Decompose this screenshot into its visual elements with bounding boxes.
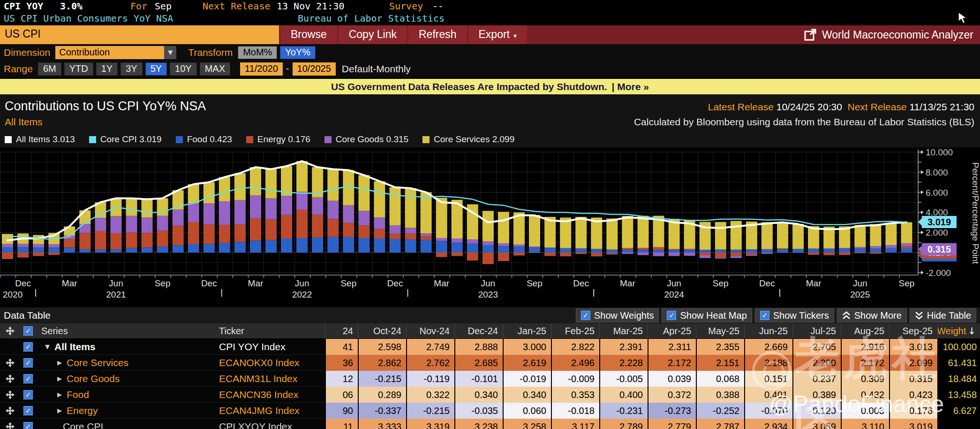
hide-table-button[interactable]: Hide Table xyxy=(910,308,976,322)
transform-mom%[interactable]: MoM% xyxy=(238,46,277,59)
analyzer-title[interactable]: World Macroeconomic Analyzer xyxy=(822,29,973,41)
expand-icon[interactable]: ▶ xyxy=(57,407,62,414)
legend-item-energy[interactable]: Energy 0.176 xyxy=(246,134,310,145)
range-1y[interactable]: 1Y xyxy=(96,62,118,76)
move-icon[interactable] xyxy=(5,421,15,429)
move-icon[interactable] xyxy=(5,406,15,416)
month-column-header[interactable]: Jul-25 xyxy=(792,323,841,339)
ticker-cell[interactable]: ECAN4JMG Index xyxy=(219,403,325,419)
refresh-button[interactable]: Refresh xyxy=(408,25,467,44)
value-cell-partial: 90 xyxy=(325,403,358,419)
value-cell: -0.252 xyxy=(696,403,744,419)
range-ytd[interactable]: YTD xyxy=(64,62,93,76)
checkbox[interactable]: ✓ xyxy=(581,311,590,320)
range-10y[interactable]: 10Y xyxy=(170,62,197,76)
value-cell: 3.319 xyxy=(406,419,454,429)
month-column-header[interactable]: Apr-25 xyxy=(648,323,696,339)
checkbox[interactable]: ✓ xyxy=(23,390,33,399)
month-column-header[interactable]: Jan-25 xyxy=(503,323,551,339)
expand-icon[interactable]: ▶ xyxy=(57,391,62,398)
ticker-cell[interactable]: CPI XYOY Index xyxy=(219,419,325,429)
checkbox[interactable]: ✓ xyxy=(23,358,33,368)
series-cell[interactable]: Core CPI xyxy=(37,419,219,429)
move-icon[interactable] xyxy=(5,390,15,400)
value-cell: 2.391 xyxy=(599,339,648,355)
toggle-show-weights[interactable]: ✓Show Weights xyxy=(576,308,659,322)
weight-column-header[interactable]: Weight↓ xyxy=(937,323,980,339)
series-cell[interactable]: ▶Core Services xyxy=(37,355,219,371)
legend-item-core-goods[interactable]: Core Goods 0.315 xyxy=(324,134,408,145)
month-column-header[interactable]: Sep-25 xyxy=(889,323,937,339)
date-to-input[interactable]: 10/2025 xyxy=(293,62,336,76)
svg-text:Mar: Mar xyxy=(806,278,822,288)
move-icon[interactable] xyxy=(5,374,15,384)
expand-icon[interactable]: ▶ xyxy=(57,375,62,382)
month-column-header[interactable]: Nov-24 xyxy=(406,323,454,339)
month-column-header[interactable]: Jun-25 xyxy=(744,323,792,339)
range-5y[interactable]: 5Y xyxy=(145,62,167,76)
ticker-cell[interactable]: ECANOKX0 Index xyxy=(219,355,325,371)
series-column-header[interactable]: Series xyxy=(37,323,219,339)
month-column-header[interactable]: Feb-25 xyxy=(551,323,599,339)
legend-item-core-services[interactable]: Core Services 2.099 xyxy=(422,134,514,145)
banner-more-link[interactable]: | More » xyxy=(612,81,649,92)
checkbox[interactable]: ✓ xyxy=(667,311,676,320)
month-column-header[interactable]: 24 xyxy=(325,323,358,339)
legend-item-core-cpi[interactable]: Core CPI 3.019 xyxy=(89,134,162,145)
toggle-show-tickers[interactable]: ✓Show Tickers xyxy=(755,308,834,322)
checkbox[interactable]: ✓ xyxy=(23,406,33,415)
value-cell: -0.273 xyxy=(648,403,696,419)
legend-item-food[interactable]: Food 0.423 xyxy=(176,134,232,145)
month-column-header[interactable]: May-25 xyxy=(696,323,744,339)
contribution-chart[interactable]: -2.0000.0002.0004.0006.0008.00010.000Per… xyxy=(0,147,980,307)
export-button[interactable]: Export▾ xyxy=(468,25,528,44)
collapse-icon[interactable]: ▼ xyxy=(45,343,50,350)
expand-icon[interactable]: ▶ xyxy=(57,359,62,366)
move-icon[interactable] xyxy=(5,358,15,368)
ticker-cell[interactable]: ECANM31L Index xyxy=(219,371,325,387)
value-cell: -0.019 xyxy=(503,371,551,387)
chart-subtitle[interactable]: All Items xyxy=(5,116,43,128)
series-cell[interactable]: ▶Food xyxy=(37,387,219,403)
checkbox[interactable]: ✓ xyxy=(760,311,769,320)
move-icon[interactable] xyxy=(5,326,15,336)
value-cell-partial: 06 xyxy=(325,387,358,403)
date-from-input[interactable]: 11/2020 xyxy=(240,62,283,76)
command-input[interactable]: US CPI xyxy=(0,25,279,44)
range-3y[interactable]: 3Y xyxy=(121,62,142,76)
browse-button[interactable]: Browse xyxy=(280,25,337,44)
checkbox[interactable]: ✓ xyxy=(23,326,33,336)
month-column-header[interactable]: Dec-24 xyxy=(454,323,503,339)
month-column-header[interactable]: Oct-24 xyxy=(358,323,406,339)
ticker-cell[interactable]: CPI YOY Index xyxy=(219,339,325,355)
sort-descending-icon: ↓ xyxy=(968,325,976,337)
show-more-button[interactable]: Show More xyxy=(837,308,907,322)
copy-link-button[interactable]: Copy Link xyxy=(339,25,407,44)
value-cell: 0.151 xyxy=(744,371,792,387)
toggle-show-heat-map[interactable]: ✓Show Heat Map xyxy=(662,308,752,322)
checkbox[interactable]: ✓ xyxy=(23,422,33,429)
legend-swatch xyxy=(5,136,12,143)
month-column-header[interactable]: Aug-25 xyxy=(841,323,889,339)
ticker-column-header[interactable]: Ticker xyxy=(219,323,325,339)
series-cell[interactable]: ▶Core Goods xyxy=(37,371,219,387)
svg-text:Mar: Mar xyxy=(620,278,635,288)
month-column-header[interactable]: Mar-25 xyxy=(599,323,648,339)
series-cell[interactable]: ▼All Items xyxy=(37,339,219,355)
series-cell[interactable]: ▶Energy xyxy=(37,403,219,419)
checkbox[interactable]: ✓ xyxy=(23,342,33,352)
transform-yoy%[interactable]: YoY% xyxy=(280,46,316,59)
table-move-handle[interactable] xyxy=(0,323,20,339)
legend-label: Core Goods 0.315 xyxy=(336,134,408,145)
value-cell: 2.228 xyxy=(599,355,648,371)
range-6m[interactable]: 6M xyxy=(38,62,61,76)
svg-text:2021: 2021 xyxy=(106,290,126,299)
range-max[interactable]: MAX xyxy=(200,62,230,76)
ticker-cell[interactable]: ECANCN36 Index xyxy=(219,387,325,403)
dimension-dropdown[interactable]: Contribution ▼ xyxy=(55,46,176,59)
value-cell: 2.916 xyxy=(841,339,889,355)
checkbox[interactable]: ✓ xyxy=(23,374,33,383)
value-cell: -0.018 xyxy=(551,403,599,419)
legend-item-all-items[interactable]: All Items 3.013 xyxy=(5,134,75,145)
value-cell: 2.619 xyxy=(503,355,551,371)
